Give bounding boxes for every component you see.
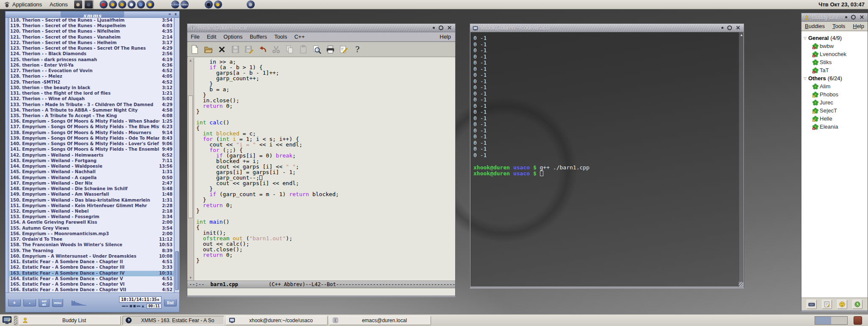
- next-icon[interactable]: ►►: [137, 304, 141, 308]
- scroll-down-icon[interactable]: ▼: [188, 276, 193, 280]
- buddy-item[interactable]: Lvenochek: [801, 50, 868, 58]
- emacs-scrollbar-thumb[interactable]: [188, 96, 193, 218]
- maximize-icon[interactable]: [439, 25, 443, 30]
- emacs-buffer[interactable]: in >> a; if (a - b > 1) { garps[a - b - …: [194, 58, 455, 281]
- spell-check-icon[interactable]: [339, 45, 349, 54]
- playlist-row[interactable]: 136. Empyrium - Songs Of Moors & Misty F…: [9, 119, 174, 124]
- menu-tools[interactable]: Tools: [274, 34, 287, 40]
- maximize-icon[interactable]: [727, 25, 732, 30]
- xmms-shade-button[interactable]: =: [167, 12, 172, 17]
- playlist-row[interactable]: 129. Therion -SMTH24:52: [9, 80, 174, 85]
- playlist-row[interactable]: 138. Empyrium - Songs Of Moors & Misty F…: [9, 130, 174, 136]
- panel-menu-actions[interactable]: Actions: [46, 0, 72, 9]
- launcher-icon-8[interactable]: [146, 0, 154, 8]
- playlist-scrollbar-thumb[interactable]: [175, 251, 179, 290]
- prev-icon[interactable]: ◄◄: [121, 304, 125, 308]
- playlist-row[interactable]: 165. Estatic Fear - A Sombre Dance - Cha…: [9, 282, 174, 287]
- panel-clock[interactable]: Чтв Окт 23, 03:47: [818, 1, 868, 8]
- playlist-row[interactable]: 122. Therion - Secret of the Runes - Hel…: [9, 40, 174, 46]
- emacs-minibuffer[interactable]: [187, 288, 455, 295]
- cut-icon[interactable]: [271, 45, 281, 54]
- buddy-item[interactable]: Alim: [801, 82, 868, 90]
- playlist-select-all-button[interactable]: sel all: [39, 298, 50, 307]
- scroll-up-icon[interactable]: ▲: [739, 33, 744, 39]
- playlist-row[interactable]: 153. Empyrium - Weiland - Fossegrim3:34: [9, 214, 174, 220]
- menu-file[interactable]: File: [191, 34, 200, 40]
- close-buffer-icon[interactable]: [217, 45, 227, 54]
- playlist-scrollbar[interactable]: [174, 18, 179, 292]
- playlist-row[interactable]: 144. Empyrium - Weiland - Waldpoesie13:5…: [9, 164, 174, 169]
- new-file-icon[interactable]: [190, 45, 200, 54]
- playlist-add-button[interactable]: +: [8, 299, 21, 306]
- playlist-row[interactable]: 146. Empyrium - Weiland - A capella0:50: [9, 175, 174, 181]
- playlist-row[interactable]: 135. Therion - A Tribute To Accept - The…: [9, 113, 174, 119]
- buddy-menu-help[interactable]: Help: [853, 23, 864, 29]
- buddy-menu-tools[interactable]: Tools: [832, 23, 845, 29]
- chat-button[interactable]: [837, 300, 847, 309]
- playlist-remove-button[interactable]: -: [23, 299, 36, 306]
- panel-tray-icon[interactable]: [854, 316, 862, 325]
- playlist-row[interactable]: 141. Empyrium - Songs Of Moors & Misty F…: [9, 147, 174, 152]
- buddy-menu-buddies[interactable]: Buddies: [805, 23, 825, 29]
- playlist-row[interactable]: 152. Empyrium - Weiland - Nebel2:18: [9, 209, 174, 214]
- open-folder-icon[interactable]: [203, 45, 213, 54]
- playlist-row[interactable]: 166. Estatic Fear - A Sombre Dance - Cha…: [9, 287, 174, 292]
- menu-buffers[interactable]: Buffers: [250, 34, 267, 40]
- launcher-icon-3[interactable]: [100, 0, 108, 8]
- player-launcher-icon[interactable]: PLAYER: [171, 0, 179, 8]
- close-icon[interactable]: ✕: [736, 25, 740, 31]
- xmms-titlebar[interactable]: xmms = x: [6, 11, 179, 18]
- playlist-row[interactable]: 154. A Gentle Grieving Farewell Kiss2:00: [9, 220, 174, 225]
- playlist-list-button[interactable]: list: [164, 299, 177, 306]
- print-icon[interactable]: [326, 45, 335, 54]
- playlist-row[interactable]: 161. Estatic Fear - A Sombre Dance - Cha…: [9, 259, 174, 265]
- screenshot-launcher-icon[interactable]: [74, 0, 82, 8]
- eject-icon[interactable]: ▲: [142, 304, 144, 308]
- playlist-row[interactable]: 143. Empyrium - Weiland - Fortgang7:11: [9, 158, 174, 164]
- launcher-icon-5[interactable]: [118, 0, 126, 8]
- play-icon[interactable]: ►: [126, 304, 128, 308]
- taskbar-button[interactable]: emacs@duren.local: [329, 316, 431, 325]
- xmms-launcher-icon[interactable]: XMMS: [181, 0, 189, 8]
- playlist-row[interactable]: 150. Empyrium - Weiland - Das blau-krist…: [9, 198, 174, 203]
- terminal-output[interactable]: 0 -10 -10 -10 -10 -10 -10 -10 -10 -10 -1…: [470, 32, 739, 287]
- tasklist-drag-handle[interactable]: [14, 316, 17, 325]
- help-icon[interactable]: ?: [353, 45, 362, 54]
- playlist-row[interactable]: 137. Empyrium - Songs Of Moors & Misty F…: [9, 124, 174, 130]
- playlist-row[interactable]: 163. Estatic Fear - A Sombre Dance - Cha…: [9, 271, 174, 276]
- taskbar-button[interactable]: Buddy List: [19, 316, 121, 325]
- launcher-icon-4[interactable]: [109, 0, 117, 8]
- playlist-row[interactable]: 142. Empyrium - Weiland - Heimwaerts6:52: [9, 153, 174, 158]
- terminal-scrollbar[interactable]: ▲: [739, 32, 744, 287]
- playlist-row[interactable]: 151. Empyrium - Weiland - Kein Hirtenfeu…: [9, 203, 174, 209]
- playlist-misc-button[interactable]: misc: [52, 298, 63, 307]
- playlist-row[interactable]: 147. Empyrium - Weiland - Der Nix2:47: [9, 181, 174, 186]
- minimize-icon[interactable]: [433, 27, 435, 29]
- playlist-row[interactable]: 145. Empyrium - Weiland - Nachhall1:31: [9, 169, 174, 175]
- terminal-titlebar[interactable]: xhook@duren:~/code/usaco ✕: [470, 24, 744, 32]
- workspace-1[interactable]: [815, 317, 831, 324]
- stop-icon[interactable]: ■: [133, 304, 136, 308]
- buddy-item[interactable]: TaT: [801, 66, 868, 74]
- launcher-icon-6[interactable]: [128, 0, 136, 8]
- copy-icon[interactable]: [285, 45, 295, 54]
- buddy-item[interactable]: Stiks: [801, 58, 868, 66]
- save-icon[interactable]: [231, 45, 240, 54]
- playlist-row[interactable]: 133. Therion - Made In Tribute - 3 - Chi…: [9, 102, 174, 108]
- taskbar-button[interactable]: XMMS - 163. Estatic Fear - A So: [122, 316, 224, 325]
- pause-icon[interactable]: ▮▮: [129, 304, 132, 308]
- buddy-item[interactable]: Jurec: [801, 98, 868, 107]
- maximize-icon[interactable]: [851, 15, 856, 20]
- playlist-row[interactable]: 164. Estatic Fear - A Sombre Dance - Cha…: [9, 276, 174, 282]
- playlist-row[interactable]: 156. Empyrium - - Moonromanticism.mp32:0…: [9, 231, 174, 237]
- playlist-row[interactable]: 125. therion - dark princess naamah4:19: [9, 57, 174, 63]
- undo-icon[interactable]: [258, 45, 267, 54]
- buddy-item[interactable]: Phobos: [801, 90, 868, 98]
- playlist-row[interactable]: 159. The Yearning8:39: [9, 248, 174, 254]
- buddy-item[interactable]: Helle: [801, 115, 868, 123]
- playlist-row[interactable]: 128. Therion - - Melez4:05: [9, 74, 174, 79]
- screensaver-launcher-icon[interactable]: [85, 0, 93, 8]
- playlist-row[interactable]: 149. Empyrium - Weiland - Am Wasserfall1…: [9, 192, 174, 197]
- playlist-row[interactable]: 157. Ordain'd To Thee11:12: [9, 237, 174, 242]
- search-icon[interactable]: [312, 45, 322, 54]
